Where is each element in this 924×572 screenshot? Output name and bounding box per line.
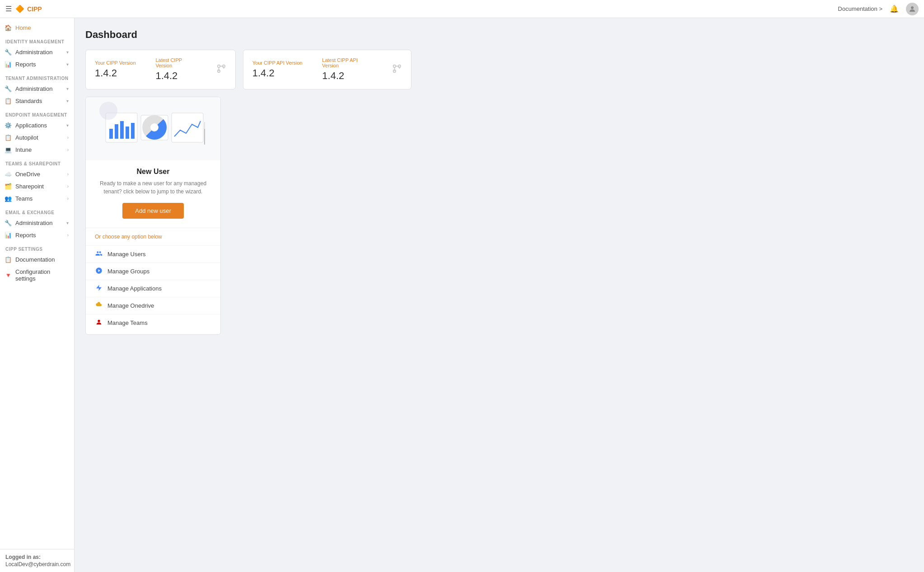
reports-icon: 📊 xyxy=(5,61,12,68)
your-cipp-api-version-value: 1.4.2 xyxy=(252,67,304,79)
logo-icon: 🔶 xyxy=(15,5,24,13)
docs-icon: 📋 xyxy=(5,256,12,263)
section-teams-sharepoint: TEAMS & SHAREPOINT xyxy=(0,156,74,168)
section-identity-management: IDENTITY MANAGEMENT xyxy=(0,34,74,46)
manage-onedrive-label: Manage Onedrive xyxy=(107,302,154,309)
sidebar-item-sharepoint[interactable]: 🗂️ Sharepoint › xyxy=(0,180,74,192)
latest-cipp-version-label: Latest CIPP Version xyxy=(155,57,198,68)
sidebar-item-configuration-settings[interactable]: 🔻 Configuration settings xyxy=(0,266,74,285)
options-label: Or choose any option below xyxy=(95,234,211,240)
svg-rect-11 xyxy=(126,127,129,139)
sidebar-item-applications[interactable]: ⚙️ Applications ▾ xyxy=(0,119,74,131)
svg-rect-8 xyxy=(109,129,113,139)
your-cipp-api-version-label: Your CIPP API Version xyxy=(252,60,304,66)
section-tenant-administration: TENANT ADMINISTRATION xyxy=(0,70,74,83)
new-user-illustration xyxy=(86,97,220,160)
chevron-down-icon: ▾ xyxy=(66,123,69,128)
chevron-right-icon: › xyxy=(67,233,69,238)
chevron-right-icon: › xyxy=(67,184,69,189)
chevron-down-icon: ▾ xyxy=(66,62,69,67)
intune-icon: 💻 xyxy=(5,146,12,153)
section-cipp-settings: CIPP SETTINGS xyxy=(0,241,74,253)
new-user-title: New User xyxy=(95,168,211,176)
manage-users-label: Manage Users xyxy=(107,251,146,258)
option-manage-groups[interactable]: Manage Groups xyxy=(86,263,220,280)
version-cards-row: Your CIPP Version 1.4.2 Latest CIPP Vers… xyxy=(85,50,913,89)
chevron-right-icon: › xyxy=(67,135,69,140)
latest-cipp-api-version-block: Latest CIPP API Version 1.4.2 xyxy=(322,57,374,82)
sidebar-item-standards[interactable]: 📋 Standards ▾ xyxy=(0,95,74,107)
logged-in-label: Logged in as: xyxy=(5,554,69,560)
chevron-down-icon: ▾ xyxy=(66,86,69,91)
manage-users-icon xyxy=(95,250,103,258)
latest-cipp-api-version-label: Latest CIPP API Version xyxy=(322,57,374,68)
sidebar-item-onedrive[interactable]: ☁️ OneDrive › xyxy=(0,168,74,180)
applications-icon: ⚙️ xyxy=(5,122,12,129)
admin-icon: 🔧 xyxy=(5,85,12,92)
new-user-card: New User Ready to make a new user for an… xyxy=(85,97,221,335)
new-user-body: New User Ready to make a new user for an… xyxy=(86,160,220,228)
sidebar-item-autopilot[interactable]: 📋 Autopilot › xyxy=(0,131,74,144)
manage-groups-label: Manage Groups xyxy=(107,268,149,275)
admin-icon: 🔧 xyxy=(5,220,12,226)
reports-icon: 📊 xyxy=(5,232,12,239)
notification-bell-icon[interactable]: 🔔 xyxy=(890,5,899,13)
svg-rect-16 xyxy=(172,113,203,142)
option-manage-users[interactable]: Manage Users xyxy=(86,245,220,263)
sidebar: 🏠 Home IDENTITY MANAGEMENT 🔧 Administrat… xyxy=(0,18,75,572)
home-icon: 🏠 xyxy=(5,24,12,31)
manage-applications-icon xyxy=(95,284,103,293)
your-cipp-api-version-block: Your CIPP API Version 1.4.2 xyxy=(252,60,304,79)
svg-point-0 xyxy=(911,6,914,9)
sidebar-item-identity-reports[interactable]: 📊 Reports ▾ xyxy=(0,58,74,70)
section-endpoint-management: ENDPOINT MANAGEMENT xyxy=(0,107,74,119)
sidebar-item-intune[interactable]: 💻 Intune › xyxy=(0,144,74,156)
version-branch-icon xyxy=(216,64,226,76)
page-title: Dashboard xyxy=(85,29,913,41)
sidebar-footer: Logged in as: LocalDev@cyberdrain.com xyxy=(0,549,74,572)
manage-onedrive-icon xyxy=(95,301,103,310)
svg-rect-18 xyxy=(204,129,205,145)
your-cipp-version-value: 1.4.2 xyxy=(95,67,137,79)
sidebar-item-teams[interactable]: 👥 Teams › xyxy=(0,192,74,205)
cipp-version-card: Your CIPP Version 1.4.2 Latest CIPP Vers… xyxy=(85,50,236,89)
topbar: ☰ 🔶 CIPP Documentation > 🔔 xyxy=(0,0,924,18)
manage-groups-icon xyxy=(95,267,103,276)
chevron-right-icon: › xyxy=(67,196,69,201)
sharepoint-icon: 🗂️ xyxy=(5,183,12,190)
add-new-user-button[interactable]: Add new user xyxy=(122,203,184,219)
chevron-right-icon: › xyxy=(67,172,69,177)
option-manage-teams[interactable]: Manage Teams xyxy=(86,314,220,334)
latest-cipp-version-value: 1.4.2 xyxy=(155,70,198,82)
section-email-exchange: EMAIL & EXCHANGE xyxy=(0,205,74,217)
user-avatar[interactable] xyxy=(906,3,919,15)
app-name: CIPP xyxy=(27,5,42,13)
sidebar-item-identity-administration[interactable]: 🔧 Administration ▾ xyxy=(0,46,74,58)
api-version-branch-icon xyxy=(392,64,402,76)
documentation-link[interactable]: Documentation > xyxy=(838,5,882,12)
new-user-description: Ready to make a new user for any managed… xyxy=(95,179,211,196)
sidebar-item-documentation[interactable]: 📋 Documentation xyxy=(0,253,74,266)
topbar-left: ☰ 🔶 CIPP xyxy=(5,5,42,13)
option-manage-applications[interactable]: Manage Applications xyxy=(86,280,220,297)
chevron-down-icon: ▾ xyxy=(66,50,69,55)
option-manage-onedrive[interactable]: Manage Onedrive xyxy=(86,297,220,314)
manage-teams-icon xyxy=(95,319,103,327)
cipp-api-version-card: Your CIPP API Version 1.4.2 Latest CIPP … xyxy=(243,50,411,89)
latest-cipp-api-version-value: 1.4.2 xyxy=(322,70,374,82)
chevron-down-icon: ▾ xyxy=(66,220,69,225)
chevron-down-icon: ▾ xyxy=(66,98,69,103)
sidebar-item-email-reports[interactable]: 📊 Reports › xyxy=(0,229,74,241)
sidebar-item-email-administration[interactable]: 🔧 Administration ▾ xyxy=(0,217,74,229)
hamburger-icon[interactable]: ☰ xyxy=(5,5,12,13)
sidebar-item-tenant-administration[interactable]: 🔧 Administration ▾ xyxy=(0,83,74,95)
svg-point-1 xyxy=(218,65,220,67)
logged-in-email: LocalDev@cyberdrain.com xyxy=(5,561,69,567)
your-cipp-version-label: Your CIPP Version xyxy=(95,60,137,66)
your-cipp-version-block: Your CIPP Version 1.4.2 xyxy=(95,60,137,79)
chevron-right-icon: › xyxy=(67,147,69,152)
sidebar-item-home[interactable]: 🏠 Home xyxy=(0,22,74,34)
latest-cipp-version-block: Latest CIPP Version 1.4.2 xyxy=(155,57,198,82)
standards-icon: 📋 xyxy=(5,98,12,104)
topbar-right: Documentation > 🔔 xyxy=(838,3,919,15)
